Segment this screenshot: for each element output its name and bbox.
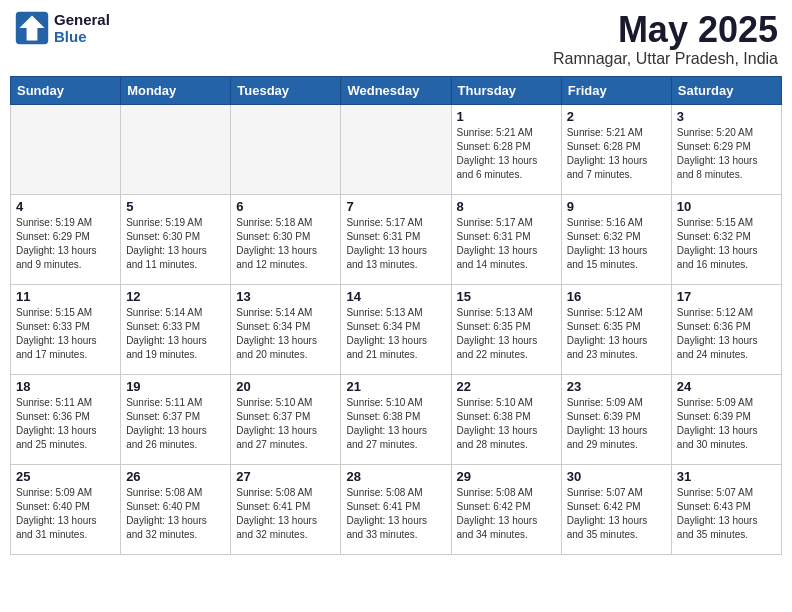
calendar-day-cell: 19Sunrise: 5:11 AM Sunset: 6:37 PM Dayli… <box>121 374 231 464</box>
day-info: Sunrise: 5:21 AM Sunset: 6:28 PM Dayligh… <box>567 126 666 182</box>
day-info: Sunrise: 5:12 AM Sunset: 6:36 PM Dayligh… <box>677 306 776 362</box>
calendar-day-cell: 22Sunrise: 5:10 AM Sunset: 6:38 PM Dayli… <box>451 374 561 464</box>
day-info: Sunrise: 5:08 AM Sunset: 6:42 PM Dayligh… <box>457 486 556 542</box>
day-number: 13 <box>236 289 335 304</box>
calendar-day-cell: 8Sunrise: 5:17 AM Sunset: 6:31 PM Daylig… <box>451 194 561 284</box>
day-number: 11 <box>16 289 115 304</box>
weekday-header: Tuesday <box>231 76 341 104</box>
day-info: Sunrise: 5:09 AM Sunset: 6:40 PM Dayligh… <box>16 486 115 542</box>
weekday-header: Thursday <box>451 76 561 104</box>
day-number: 22 <box>457 379 556 394</box>
day-info: Sunrise: 5:09 AM Sunset: 6:39 PM Dayligh… <box>567 396 666 452</box>
calendar-week-row: 11Sunrise: 5:15 AM Sunset: 6:33 PM Dayli… <box>11 284 782 374</box>
calendar-day-cell: 4Sunrise: 5:19 AM Sunset: 6:29 PM Daylig… <box>11 194 121 284</box>
calendar-day-cell <box>341 104 451 194</box>
day-info: Sunrise: 5:12 AM Sunset: 6:35 PM Dayligh… <box>567 306 666 362</box>
calendar-day-cell: 1Sunrise: 5:21 AM Sunset: 6:28 PM Daylig… <box>451 104 561 194</box>
calendar-day-cell: 14Sunrise: 5:13 AM Sunset: 6:34 PM Dayli… <box>341 284 451 374</box>
day-number: 19 <box>126 379 225 394</box>
day-number: 30 <box>567 469 666 484</box>
weekday-header: Wednesday <box>341 76 451 104</box>
calendar-day-cell: 27Sunrise: 5:08 AM Sunset: 6:41 PM Dayli… <box>231 464 341 554</box>
day-number: 10 <box>677 199 776 214</box>
day-info: Sunrise: 5:10 AM Sunset: 6:38 PM Dayligh… <box>457 396 556 452</box>
day-info: Sunrise: 5:10 AM Sunset: 6:37 PM Dayligh… <box>236 396 335 452</box>
day-number: 12 <box>126 289 225 304</box>
day-info: Sunrise: 5:21 AM Sunset: 6:28 PM Dayligh… <box>457 126 556 182</box>
day-info: Sunrise: 5:07 AM Sunset: 6:42 PM Dayligh… <box>567 486 666 542</box>
day-number: 29 <box>457 469 556 484</box>
day-number: 1 <box>457 109 556 124</box>
day-number: 27 <box>236 469 335 484</box>
logo-line2: Blue <box>54 28 110 45</box>
day-number: 17 <box>677 289 776 304</box>
day-number: 24 <box>677 379 776 394</box>
calendar-day-cell: 15Sunrise: 5:13 AM Sunset: 6:35 PM Dayli… <box>451 284 561 374</box>
day-info: Sunrise: 5:17 AM Sunset: 6:31 PM Dayligh… <box>346 216 445 272</box>
day-number: 25 <box>16 469 115 484</box>
calendar-day-cell: 26Sunrise: 5:08 AM Sunset: 6:40 PM Dayli… <box>121 464 231 554</box>
weekday-header: Sunday <box>11 76 121 104</box>
day-info: Sunrise: 5:11 AM Sunset: 6:36 PM Dayligh… <box>16 396 115 452</box>
day-info: Sunrise: 5:15 AM Sunset: 6:33 PM Dayligh… <box>16 306 115 362</box>
calendar-day-cell: 5Sunrise: 5:19 AM Sunset: 6:30 PM Daylig… <box>121 194 231 284</box>
weekday-header: Saturday <box>671 76 781 104</box>
calendar-day-cell: 18Sunrise: 5:11 AM Sunset: 6:36 PM Dayli… <box>11 374 121 464</box>
day-number: 7 <box>346 199 445 214</box>
day-number: 16 <box>567 289 666 304</box>
day-number: 15 <box>457 289 556 304</box>
calendar-week-row: 25Sunrise: 5:09 AM Sunset: 6:40 PM Dayli… <box>11 464 782 554</box>
day-info: Sunrise: 5:14 AM Sunset: 6:33 PM Dayligh… <box>126 306 225 362</box>
day-info: Sunrise: 5:08 AM Sunset: 6:41 PM Dayligh… <box>346 486 445 542</box>
day-info: Sunrise: 5:16 AM Sunset: 6:32 PM Dayligh… <box>567 216 666 272</box>
title-block: May 2025 Ramnagar, Uttar Pradesh, India <box>553 10 778 68</box>
calendar-day-cell <box>121 104 231 194</box>
day-number: 8 <box>457 199 556 214</box>
calendar-day-cell: 29Sunrise: 5:08 AM Sunset: 6:42 PM Dayli… <box>451 464 561 554</box>
calendar-day-cell: 30Sunrise: 5:07 AM Sunset: 6:42 PM Dayli… <box>561 464 671 554</box>
day-info: Sunrise: 5:09 AM Sunset: 6:39 PM Dayligh… <box>677 396 776 452</box>
calendar-day-cell: 16Sunrise: 5:12 AM Sunset: 6:35 PM Dayli… <box>561 284 671 374</box>
day-info: Sunrise: 5:08 AM Sunset: 6:40 PM Dayligh… <box>126 486 225 542</box>
calendar-day-cell: 6Sunrise: 5:18 AM Sunset: 6:30 PM Daylig… <box>231 194 341 284</box>
day-info: Sunrise: 5:10 AM Sunset: 6:38 PM Dayligh… <box>346 396 445 452</box>
day-number: 3 <box>677 109 776 124</box>
day-number: 2 <box>567 109 666 124</box>
day-number: 20 <box>236 379 335 394</box>
day-info: Sunrise: 5:13 AM Sunset: 6:34 PM Dayligh… <box>346 306 445 362</box>
calendar-day-cell: 21Sunrise: 5:10 AM Sunset: 6:38 PM Dayli… <box>341 374 451 464</box>
logo-icon <box>14 10 50 46</box>
day-info: Sunrise: 5:15 AM Sunset: 6:32 PM Dayligh… <box>677 216 776 272</box>
calendar-day-cell: 7Sunrise: 5:17 AM Sunset: 6:31 PM Daylig… <box>341 194 451 284</box>
day-info: Sunrise: 5:13 AM Sunset: 6:35 PM Dayligh… <box>457 306 556 362</box>
day-number: 21 <box>346 379 445 394</box>
day-info: Sunrise: 5:20 AM Sunset: 6:29 PM Dayligh… <box>677 126 776 182</box>
weekday-header: Monday <box>121 76 231 104</box>
calendar-day-cell: 23Sunrise: 5:09 AM Sunset: 6:39 PM Dayli… <box>561 374 671 464</box>
calendar-day-cell: 11Sunrise: 5:15 AM Sunset: 6:33 PM Dayli… <box>11 284 121 374</box>
calendar-day-cell: 31Sunrise: 5:07 AM Sunset: 6:43 PM Dayli… <box>671 464 781 554</box>
calendar-day-cell <box>231 104 341 194</box>
day-info: Sunrise: 5:08 AM Sunset: 6:41 PM Dayligh… <box>236 486 335 542</box>
page-header: General Blue May 2025 Ramnagar, Uttar Pr… <box>10 10 782 68</box>
calendar-day-cell: 10Sunrise: 5:15 AM Sunset: 6:32 PM Dayli… <box>671 194 781 284</box>
calendar-day-cell: 24Sunrise: 5:09 AM Sunset: 6:39 PM Dayli… <box>671 374 781 464</box>
calendar-day-cell: 20Sunrise: 5:10 AM Sunset: 6:37 PM Dayli… <box>231 374 341 464</box>
day-number: 18 <box>16 379 115 394</box>
day-number: 26 <box>126 469 225 484</box>
calendar-week-row: 1Sunrise: 5:21 AM Sunset: 6:28 PM Daylig… <box>11 104 782 194</box>
day-info: Sunrise: 5:18 AM Sunset: 6:30 PM Dayligh… <box>236 216 335 272</box>
calendar-day-cell: 17Sunrise: 5:12 AM Sunset: 6:36 PM Dayli… <box>671 284 781 374</box>
calendar-header-row: SundayMondayTuesdayWednesdayThursdayFrid… <box>11 76 782 104</box>
day-number: 9 <box>567 199 666 214</box>
calendar-day-cell: 3Sunrise: 5:20 AM Sunset: 6:29 PM Daylig… <box>671 104 781 194</box>
calendar: SundayMondayTuesdayWednesdayThursdayFrid… <box>10 76 782 555</box>
calendar-day-cell: 9Sunrise: 5:16 AM Sunset: 6:32 PM Daylig… <box>561 194 671 284</box>
day-info: Sunrise: 5:19 AM Sunset: 6:30 PM Dayligh… <box>126 216 225 272</box>
calendar-day-cell: 28Sunrise: 5:08 AM Sunset: 6:41 PM Dayli… <box>341 464 451 554</box>
calendar-day-cell: 12Sunrise: 5:14 AM Sunset: 6:33 PM Dayli… <box>121 284 231 374</box>
day-number: 23 <box>567 379 666 394</box>
logo-line1: General <box>54 11 110 28</box>
calendar-day-cell: 25Sunrise: 5:09 AM Sunset: 6:40 PM Dayli… <box>11 464 121 554</box>
day-number: 31 <box>677 469 776 484</box>
